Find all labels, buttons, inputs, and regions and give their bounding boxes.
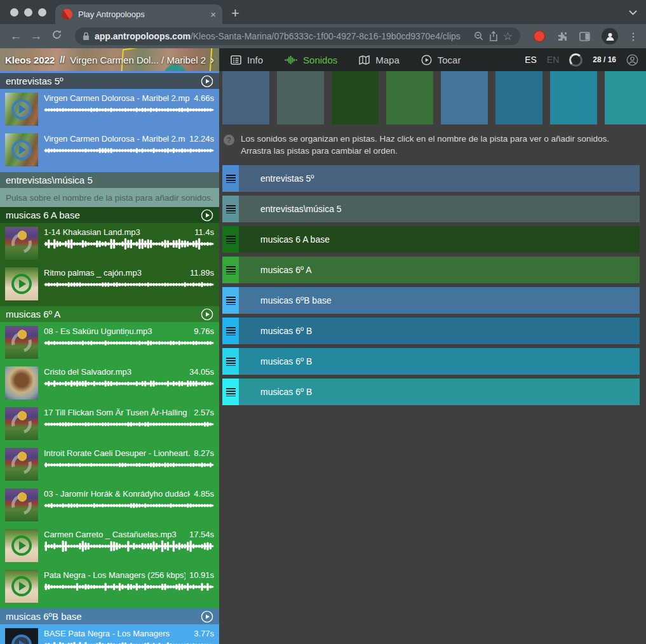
track-bar[interactable]: musicas 6º B [239,379,640,405]
clip-waveform[interactable] [44,279,214,290]
clip-title[interactable]: BASE Pata Negra - Los Managers [44,629,190,638]
track-row[interactable]: musicas 6º B [222,348,640,375]
track-color-square[interactable] [550,71,597,124]
account-icon[interactable] [626,54,638,66]
clip-thumbnail[interactable] [5,326,38,359]
clip-thumbnail[interactable] [5,570,38,603]
track-row[interactable]: musicas 6º B [222,318,640,344]
clip-title[interactable]: Virgen Carmen Dolorosa - Maribel 2.mp3 [44,134,185,144]
share-icon[interactable] [489,31,498,41]
clip-thumbnail[interactable] [5,133,38,166]
clip-waveform[interactable] [44,104,214,116]
track-section-name[interactable]: musicas 6º A [6,309,196,319]
clip-loading-ring-icon[interactable] [5,488,38,521]
clip-play-icon[interactable] [5,570,38,603]
clip-waveform[interactable] [44,500,214,511]
url-text[interactable]: app.antropoloops.com/Kleos-Santa-Marina/… [95,30,469,42]
track-drag-handle[interactable] [222,257,239,283]
clip-row[interactable]: Ritmo palmas _ cajón.mp311.89s [0,264,219,304]
track-section-name[interactable]: musicas 6ºB base [6,611,196,622]
tab-info[interactable]: Info [231,55,263,65]
breadcrumb-project[interactable]: Kleos 2022 [5,55,55,65]
clip-play-icon[interactable] [5,529,38,562]
track-section-name[interactable]: musicas 6 A base [6,210,196,220]
bookmark-star-icon[interactable]: ☆ [503,30,513,43]
section-play-button[interactable] [201,209,213,222]
track-color-square[interactable] [277,71,324,124]
clip-title[interactable]: Introit Rorate Caeli Desuper - Lionheart… [44,448,190,458]
minimize-window-icon[interactable] [24,8,32,17]
track-section-name[interactable]: entrevistas 5º [6,76,196,86]
record-indicator-icon[interactable] [533,30,546,43]
clip-thumbnail[interactable] [5,488,38,521]
address-bar[interactable]: app.antropoloops.com/Kleos-Santa-Marina/… [75,27,520,45]
clip-waveform[interactable] [44,459,214,471]
clip-thumbnail[interactable] [5,267,38,300]
track-name[interactable]: entrevistas 5º [260,173,314,184]
clip-row[interactable]: Virgen Carmen Dolorosa - Maribel 2.mp34.… [0,89,219,130]
clip-row[interactable]: Carmen Carreto _ Castañuelas.mp317.54s [0,525,219,566]
reload-button[interactable] [48,29,65,43]
clip-title[interactable]: Ritmo palmas _ cajón.mp3 [44,268,186,278]
browser-tab[interactable]: Play Antropoloops × [55,4,222,24]
track-drag-handle[interactable] [222,165,239,192]
track-section-header[interactable]: entrevistas\música 5 [0,172,219,188]
track-bar[interactable]: musicas 6ºB base [239,287,640,314]
track-bar[interactable]: musicas 6º B [239,318,640,344]
track-drag-handle[interactable] [222,348,239,375]
track-color-square[interactable] [441,71,488,124]
clip-title[interactable]: Carmen Carreto _ Castañuelas.mp3 [44,530,185,539]
clip-row[interactable]: Pata Negra - Los Managers (256 kbps).mp3… [0,566,219,607]
track-row[interactable]: entrevistas\música 5 [222,196,640,222]
section-play-button[interactable] [201,610,213,623]
forward-button[interactable]: → [28,29,44,43]
track-name[interactable]: musicas 6º B [260,326,312,336]
track-color-square[interactable] [605,71,646,124]
track-name[interactable]: musicas 6 A base [260,234,330,245]
clip-thumbnail[interactable] [5,628,38,644]
track-name[interactable]: musicas 6ºB base [260,295,332,305]
clip-row[interactable]: Introit Rorate Caeli Desuper - Lionheart… [0,444,219,485]
clip-title[interactable]: 03 - Jaromír Horák & Konrádyho dudácká .… [44,489,190,499]
clip-play-icon[interactable] [5,133,38,166]
clip-thumbnail[interactable] [5,366,38,399]
clip-play-icon[interactable] [5,628,38,644]
clip-thumbnail[interactable] [5,448,38,481]
clip-play-icon[interactable] [5,93,38,126]
lock-icon[interactable] [83,32,90,41]
track-section-header[interactable]: musicas 6º A [0,306,219,322]
track-row[interactable]: entrevistas 5º [222,165,640,192]
track-bar[interactable]: entrevistas\música 5 [239,196,640,222]
clip-waveform[interactable] [44,337,214,349]
maximize-window-icon[interactable] [38,8,46,17]
extensions-puzzle-icon[interactable] [557,31,568,42]
clip-title[interactable]: Virgen Carmen Dolorosa - Maribel 2.mp3 [44,93,190,103]
track-row[interactable]: musicas 6ºB base [222,287,640,314]
track-color-square[interactable] [495,71,542,124]
clip-title[interactable]: 17 Till Flickan Som Är Tusen År-Halling … [44,408,190,417]
clip-loading-ring-icon[interactable] [5,227,38,260]
clip-title[interactable]: 08 - Es Sakūru Uguntiņu.mp3 [44,326,190,336]
lang-es-button[interactable]: ES [525,55,537,65]
clip-title[interactable]: 1-14 Khakasian Land.mp3 [44,227,191,237]
tab-close-icon[interactable]: × [210,10,216,19]
clip-thumbnail[interactable] [5,93,38,126]
track-row[interactable]: musicas 6º B [222,379,640,405]
back-button[interactable]: ← [8,29,24,43]
clip-waveform[interactable] [44,640,214,644]
clip-thumbnail[interactable] [5,407,38,440]
track-color-square[interactable] [222,71,269,124]
window-controls[interactable] [0,0,55,24]
tab-list-chevron-icon[interactable] [629,6,637,18]
clip-row[interactable]: Cristo del Salvador.mp334.05s [0,363,219,403]
clip-waveform[interactable] [44,145,214,156]
track-bar[interactable]: entrevistas 5º [239,165,640,192]
clip-row[interactable]: 08 - Es Sakūru Uguntiņu.mp39.76s [0,322,219,363]
zoom-icon[interactable] [474,31,484,41]
clip-row[interactable]: Virgen Carmen Dolorosa - Maribel 2.mp312… [0,130,219,170]
track-row[interactable]: musicas 6º A [222,257,640,283]
section-play-button[interactable] [201,308,213,321]
clip-waveform[interactable] [44,419,214,430]
track-row[interactable]: musicas 6 A base [222,226,640,253]
tab-sonidos[interactable]: Sonidos [285,55,337,65]
